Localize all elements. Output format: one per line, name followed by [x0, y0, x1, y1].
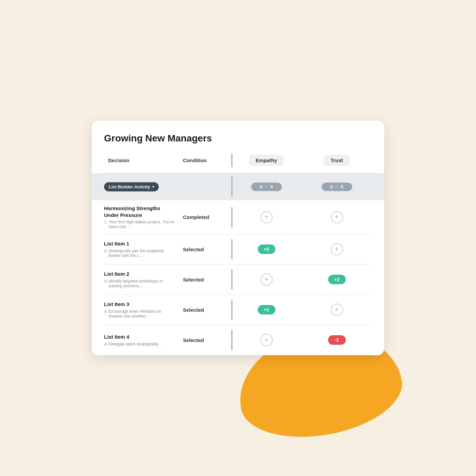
- row-skill2-cell: +2: [302, 275, 372, 284]
- activity-badge[interactable]: List Builder Activity ▾: [104, 182, 159, 191]
- row-subtitle-icon: ⊞: [104, 309, 107, 314]
- activity-row: List Builder Activity ▾ 0 ↔ 5 0 ↔ 5: [92, 173, 384, 200]
- skill1-plus-button[interactable]: +: [260, 334, 273, 346]
- row-title: List Item 3: [104, 301, 175, 308]
- empathy-header-box: Empathy: [249, 155, 284, 166]
- row-condition: Selected: [179, 307, 230, 313]
- row-decision: List Item 1 ⊞ Strategically pair the ana…: [104, 240, 179, 258]
- skill1-plus-button[interactable]: +: [260, 211, 273, 223]
- activity-badge-cell[interactable]: List Builder Activity ▾: [104, 182, 179, 191]
- row-subtitle-text: Your first high-stakes project. You've b…: [109, 220, 175, 229]
- row-skill2-cell: +: [302, 243, 372, 255]
- row-condition: Selected: [179, 277, 230, 283]
- row-condition: Selected: [179, 337, 230, 343]
- table-row: List Item 3 ⊞ Encourage team members to …: [104, 295, 372, 325]
- skill1-plus-button[interactable]: +: [260, 273, 273, 286]
- header-skill1: Empathy: [231, 152, 302, 169]
- row-subtitle: ☰ Your first high-stakes project. You've…: [104, 220, 175, 229]
- row-subtitle-icon: ⊞: [104, 342, 107, 346]
- row-title: List Item 4: [104, 334, 175, 340]
- empathy-range-pill: 0 ↔ 5: [251, 183, 282, 191]
- data-rows: Harmonizing Strengths Under Pressure ☰ Y…: [104, 200, 372, 355]
- row-title: List Item 2: [104, 271, 175, 277]
- row-subtitle: ⊞ Strategically pair the analytical thin…: [104, 249, 175, 258]
- range-min2: 0: [330, 184, 333, 189]
- row-subtitle-text: Identify targeted workshops or training …: [108, 279, 175, 288]
- row-subtitle-icon: ☰: [104, 220, 107, 224]
- range-arrow2: ↔: [335, 184, 339, 189]
- row-decision: List Item 4 ⊞ Delegate tasks strategical…: [104, 334, 179, 346]
- skill2-value-badge[interactable]: +2: [328, 275, 346, 284]
- table-header: Decision Condition Empathy Trust: [104, 152, 372, 173]
- trust-header-box: Trust: [324, 155, 350, 166]
- row-subtitle-text: Strategically pair the analytical thinke…: [108, 249, 175, 258]
- skill2-plus-button[interactable]: +: [331, 304, 343, 316]
- skill1-value-badge[interactable]: +1: [258, 305, 275, 314]
- table-row: List Item 4 ⊞ Delegate tasks strategical…: [104, 325, 372, 355]
- row-title: Harmonizing Strengths Under Pressure: [104, 205, 175, 218]
- range-arrow: ↔: [265, 184, 269, 189]
- row-title: List Item 1: [104, 240, 175, 247]
- skill1-value-badge[interactable]: +5: [258, 244, 275, 254]
- table-row: List Item 2 ⊞ Identify targeted workshop…: [104, 265, 372, 295]
- activity-badge-label: List Builder Activity: [109, 184, 150, 189]
- row-skill2-cell: +: [302, 304, 372, 316]
- row-skill1-cell: +: [231, 334, 302, 346]
- row-condition: Selected: [179, 247, 230, 252]
- skill2-value-badge[interactable]: -2: [328, 335, 346, 345]
- row-skill1-cell: +1: [231, 305, 302, 314]
- dropdown-arrow-icon: ▾: [152, 185, 154, 189]
- row-decision: List Item 3 ⊞ Encourage team members to …: [104, 301, 179, 319]
- range-max: 5: [271, 184, 273, 189]
- row-skill2-cell: +: [302, 211, 372, 223]
- row-skill1-cell: +: [231, 211, 302, 223]
- activity-skill2-range: 0 ↔ 5: [302, 183, 372, 191]
- row-subtitle: ⊞ Delegate tasks strategically…: [104, 342, 175, 346]
- table-row: Harmonizing Strengths Under Pressure ☰ Y…: [104, 200, 372, 234]
- range-min: 0: [260, 184, 262, 189]
- row-skill2-cell: -2: [302, 335, 372, 345]
- table-row: List Item 1 ⊞ Strategically pair the ana…: [104, 234, 372, 265]
- skill2-plus-button[interactable]: +: [331, 243, 343, 255]
- row-subtitle-icon: ⊞: [104, 249, 107, 253]
- trust-range-pill: 0 ↔ 5: [322, 183, 352, 191]
- header-condition: Condition: [179, 155, 230, 166]
- main-card: Growing New Managers Decision Condition …: [92, 121, 384, 355]
- row-subtitle-text: Delegate tasks strategically…: [108, 342, 162, 346]
- row-subtitle: ⊞ Encourage team members to shadow one a…: [104, 309, 175, 319]
- row-decision: List Item 2 ⊞ Identify targeted workshop…: [104, 271, 179, 288]
- range-max2: 5: [341, 184, 343, 189]
- header-decision: Decision: [104, 155, 179, 166]
- activity-skill1-range: 0 ↔ 5: [231, 183, 302, 191]
- row-subtitle: ⊞ Identify targeted workshops or trainin…: [104, 279, 175, 288]
- card-title: Growing New Managers: [104, 133, 372, 144]
- row-subtitle-text: Encourage team members to shadow one ano…: [108, 309, 175, 319]
- header-skill2: Trust: [302, 152, 372, 169]
- row-subtitle-icon: ⊞: [104, 279, 107, 284]
- skill2-plus-button[interactable]: +: [331, 211, 343, 223]
- row-skill1-cell: +: [231, 273, 302, 286]
- row-skill1-cell: +5: [231, 244, 302, 254]
- row-condition: Completed: [179, 214, 230, 220]
- row-decision: Harmonizing Strengths Under Pressure ☰ Y…: [104, 205, 179, 229]
